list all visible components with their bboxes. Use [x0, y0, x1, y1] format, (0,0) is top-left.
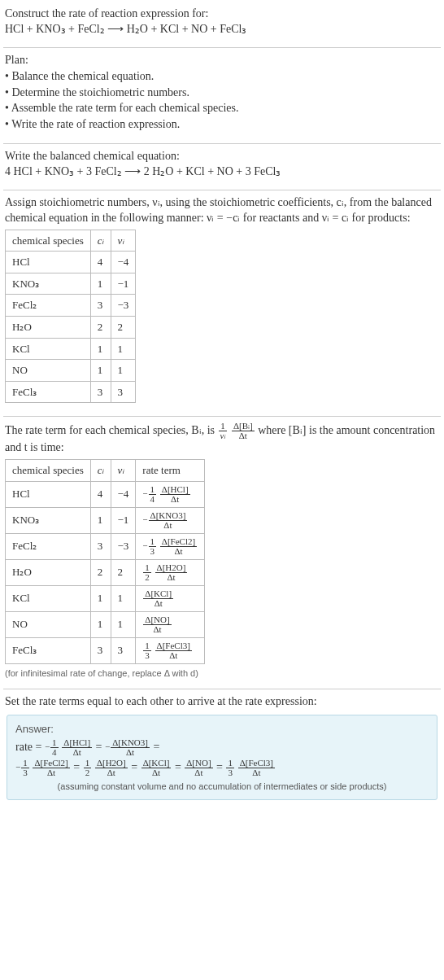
table-header-row: chemical species cᵢ νᵢ	[6, 230, 136, 252]
balanced-heading: Write the balanced chemical equation:	[5, 149, 439, 164]
cell-ci: 1	[90, 338, 111, 360]
separator	[3, 689, 441, 689]
cell-vi: −3	[111, 295, 136, 317]
plan-item: • Balance the chemical equation.	[5, 69, 439, 85]
cell-ci: 3	[90, 295, 111, 317]
table-row: KNO₃1−1	[6, 273, 136, 295]
cell-rate-term: Δ[KCl]Δt	[136, 585, 205, 611]
cell-ci: 4	[90, 481, 111, 507]
stoich-para: Assign stoichiometric numbers, νᵢ, using…	[5, 195, 439, 226]
rate-expression: rate = −14 Δ[HCl]Δt = −Δ[KNO3]Δt =	[15, 738, 429, 757]
cell-ci: 3	[90, 381, 111, 403]
cell-vi: 1	[111, 585, 136, 611]
plan-item-text: Assemble the rate term for each chemical…	[11, 102, 239, 114]
rate-expression-cont: −13 Δ[FeCl2]Δt = 12 Δ[H2O]Δt = Δ[KCl]Δt …	[15, 759, 429, 777]
cell-species: KCl	[6, 585, 91, 611]
plan-item-text: Write the rate of reaction expression.	[11, 118, 180, 130]
cell-species: NO	[6, 360, 91, 382]
col-ci: cᵢ	[90, 230, 111, 252]
cell-vi: 3	[111, 381, 136, 403]
cell-vi: 2	[111, 316, 136, 338]
separator	[3, 190, 441, 190]
cell-ci: 1	[90, 611, 111, 637]
cell-rate-term: 12 Δ[H2O]Δt	[136, 559, 205, 585]
cell-vi: 3	[111, 637, 136, 663]
cell-species: FeCl₃	[6, 637, 91, 663]
table-row: H₂O22	[6, 316, 136, 338]
answer-box: Answer: rate = −14 Δ[HCl]Δt = −Δ[KNO3]Δt…	[7, 715, 437, 799]
final-section: Set the rate terms equal to each other t…	[3, 691, 441, 811]
plan-heading: Plan:	[5, 53, 439, 68]
cell-vi: 1	[111, 611, 136, 637]
plan-item: • Write the rate of reaction expression.	[5, 117, 439, 133]
plan-section: Plan: • Balance the chemical equation. •…	[3, 50, 441, 142]
cell-species: FeCl₂	[6, 533, 91, 559]
cell-species: KNO₃	[6, 273, 91, 295]
plan-item-text: Balance the chemical equation.	[11, 70, 154, 82]
col-species: chemical species	[6, 460, 91, 482]
col-vi: νᵢ	[111, 230, 136, 252]
separator	[3, 47, 441, 48]
answer-note: (assuming constant volume and no accumul…	[15, 781, 429, 793]
cell-species: FeCl₃	[6, 381, 91, 403]
intro-section: Construct the rate of reaction expressio…	[3, 3, 441, 46]
cell-vi: 1	[111, 360, 136, 382]
cell-rate-term: Δ[NO]Δt	[136, 611, 205, 637]
table-row: NO11Δ[NO]Δt	[6, 611, 205, 637]
frac-dBi-dt: Δ[Bᵢ] Δt	[232, 422, 255, 440]
plan-item: • Assemble the rate term for each chemic…	[5, 101, 439, 116]
cell-vi: 1	[111, 338, 136, 360]
cell-ci: 3	[90, 533, 111, 559]
table-row: HCl4−4−14 Δ[HCl]Δt	[6, 481, 205, 507]
separator	[3, 416, 441, 417]
stoich-section: Assign stoichiometric numbers, νᵢ, using…	[3, 192, 441, 414]
rate-term-table: chemical species cᵢ νᵢ rate term HCl4−4−…	[5, 459, 205, 664]
balanced-section: Write the balanced chemical equation: 4 …	[3, 146, 441, 188]
col-vi: νᵢ	[111, 460, 136, 482]
cell-ci: 3	[90, 637, 111, 663]
frac-one-over-vi: 1 νᵢ	[219, 422, 228, 440]
rate-term-para: The rate term for each chemical species,…	[5, 422, 439, 456]
cell-species: HCl	[6, 481, 91, 507]
stoich-table: chemical species cᵢ νᵢ HCl4−4KNO₃1−1FeCl…	[5, 230, 136, 403]
plan-item-text: Determine the stoichiometric numbers.	[11, 86, 189, 98]
cell-ci: 2	[90, 559, 111, 585]
table-row: NO11	[6, 360, 136, 382]
balanced-equation: 4 HCl + KNO₃ + 3 FeCl₂ ⟶ 2 H₂O + KCl + N…	[5, 164, 439, 180]
cell-vi: −4	[111, 481, 136, 507]
col-species: chemical species	[6, 230, 91, 252]
cell-species: H₂O	[6, 316, 91, 338]
cell-species: KCl	[6, 338, 91, 360]
cell-species: NO	[6, 611, 91, 637]
cell-vi: −3	[111, 533, 136, 559]
cell-species: HCl	[6, 252, 91, 273]
table-row: H₂O2212 Δ[H2O]Δt	[6, 559, 205, 585]
table-row: FeCl₂3−3−13 Δ[FeCl2]Δt	[6, 533, 205, 559]
intro-equation: HCl + KNO₃ + FeCl₂ ⟶ H₂O + KCl + NO + Fe…	[5, 22, 439, 37]
cell-rate-term: −14 Δ[HCl]Δt	[136, 481, 205, 507]
intro-title: Construct the rate of reaction expressio…	[5, 7, 439, 22]
col-rate: rate term	[136, 460, 205, 482]
rate-para-before: The rate term for each chemical species,…	[5, 424, 218, 436]
rate-note: (for infinitesimal rate of change, repla…	[5, 667, 439, 680]
cell-species: KNO₃	[6, 507, 91, 533]
table-row: FeCl₃3313 Δ[FeCl3]Δt	[6, 637, 205, 663]
table-header-row: chemical species cᵢ νᵢ rate term	[6, 460, 205, 482]
final-heading: Set the rate terms equal to each other t…	[5, 694, 439, 710]
rate-term-section: The rate term for each chemical species,…	[3, 418, 441, 687]
cell-vi: −1	[111, 273, 136, 295]
cell-rate-term: −13 Δ[FeCl2]Δt	[136, 533, 205, 559]
cell-ci: 1	[90, 585, 111, 611]
table-row: KNO₃1−1−Δ[KNO3]Δt	[6, 507, 205, 533]
rate-word: rate =	[15, 741, 45, 753]
table-row: KCl11Δ[KCl]Δt	[6, 585, 205, 611]
cell-ci: 2	[90, 316, 111, 338]
cell-rate-term: 13 Δ[FeCl3]Δt	[136, 637, 205, 663]
plan-item: • Determine the stoichiometric numbers.	[5, 85, 439, 101]
cell-ci: 4	[90, 252, 111, 273]
col-ci: cᵢ	[90, 460, 111, 482]
cell-ci: 1	[90, 507, 111, 533]
cell-species: H₂O	[6, 559, 91, 585]
table-row: FeCl₂3−3	[6, 295, 136, 317]
cell-vi: −4	[111, 252, 136, 273]
